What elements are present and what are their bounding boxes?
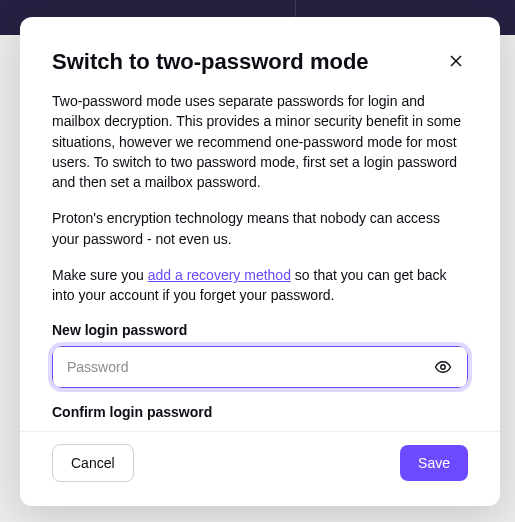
close-icon bbox=[448, 53, 464, 69]
confirm-password-label: Confirm login password bbox=[52, 404, 468, 420]
cancel-button[interactable]: Cancel bbox=[52, 444, 134, 482]
reveal-password-button[interactable] bbox=[430, 354, 456, 380]
description-encryption: Proton's encryption technology means tha… bbox=[52, 208, 468, 249]
modal-header: Switch to two-password mode bbox=[20, 17, 500, 91]
eye-icon bbox=[434, 358, 452, 376]
desc-pre-text: Make sure you bbox=[52, 267, 148, 283]
confirm-password-group: Confirm login password bbox=[52, 404, 468, 420]
description-recovery: Make sure you add a recovery method so t… bbox=[52, 265, 468, 306]
modal-footer: Cancel Save bbox=[20, 431, 500, 506]
new-password-group: New login password bbox=[52, 322, 468, 388]
add-recovery-link[interactable]: add a recovery method bbox=[148, 267, 291, 283]
save-button[interactable]: Save bbox=[400, 445, 468, 481]
svg-point-2 bbox=[441, 364, 446, 369]
new-password-label: New login password bbox=[52, 322, 468, 338]
modal-body: Two-password mode uses separate password… bbox=[20, 91, 500, 431]
close-button[interactable] bbox=[444, 49, 468, 73]
two-password-modal: Switch to two-password mode Two-password… bbox=[20, 17, 500, 506]
modal-title: Switch to two-password mode bbox=[52, 49, 369, 75]
new-password-input[interactable] bbox=[52, 346, 468, 388]
new-password-wrapper bbox=[52, 346, 468, 388]
description-main: Two-password mode uses separate password… bbox=[52, 91, 468, 192]
